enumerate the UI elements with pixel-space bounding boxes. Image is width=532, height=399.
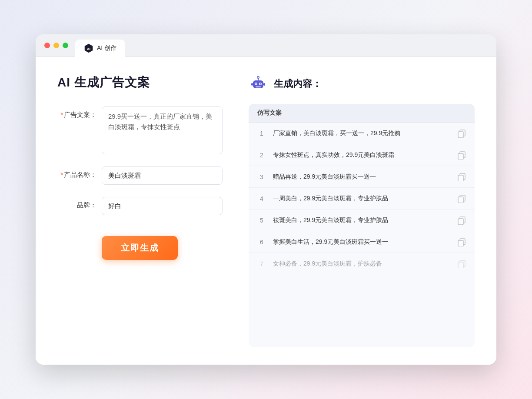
- result-number: 3: [257, 173, 266, 180]
- product-name-input[interactable]: [102, 166, 223, 185]
- copy-icon[interactable]: [457, 216, 466, 225]
- required-star-2: *: [60, 171, 63, 178]
- page-title: AI 生成广告文案: [57, 74, 223, 91]
- svg-text:AI: AI: [87, 47, 90, 51]
- svg-rect-24: [458, 240, 463, 246]
- result-item: 2 专抹女性斑点，真实功效，29.9元美白淡斑霜: [249, 144, 475, 166]
- ad-copy-group: *广告文案： 29.9买一送一，真正的厂家直销，美白淡斑霜，专抹女性斑点: [57, 106, 223, 154]
- result-text: 赠品再送，29.9元美白淡斑霜买一送一: [273, 172, 450, 181]
- result-text: 专抹女性斑点，真实功效，29.9元美白淡斑霜: [273, 150, 450, 160]
- ad-copy-textarea[interactable]: 29.9买一送一，真正的厂家直销，美白淡斑霜，专抹女性斑点: [102, 106, 223, 154]
- brand-label: 品牌：: [57, 197, 96, 209]
- tab-title: AI 创作: [97, 44, 116, 52]
- svg-rect-26: [458, 262, 463, 268]
- product-name-group: *产品名称：: [57, 166, 223, 185]
- svg-rect-7: [256, 86, 261, 87]
- copy-icon[interactable]: [457, 238, 466, 246]
- right-panel: 生成内容： 仿写文案 1 厂家直销，美白淡斑霜，买一送一，29.9元抢购 2 专…: [249, 74, 475, 347]
- traffic-lights: [44, 43, 68, 48]
- svg-point-10: [258, 77, 259, 78]
- results-container: 仿写文案 1 厂家直销，美白淡斑霜，买一送一，29.9元抢购 2 专抹女性斑点，…: [249, 104, 475, 347]
- result-number: 7: [257, 260, 266, 267]
- result-text: 一周美白，29.9元美白淡斑霜，专业护肤品: [273, 194, 450, 203]
- result-number: 6: [257, 239, 266, 246]
- result-item: 3 赠品再送，29.9元美白淡斑霜买一送一: [249, 166, 475, 188]
- generate-button[interactable]: 立即生成: [102, 236, 178, 260]
- svg-rect-22: [458, 219, 463, 225]
- right-title: 生成内容：: [274, 77, 322, 90]
- svg-point-5: [256, 83, 257, 85]
- copy-icon[interactable]: [457, 129, 466, 138]
- result-number: 2: [257, 152, 266, 159]
- svg-rect-16: [458, 153, 463, 160]
- brand-input[interactable]: [102, 197, 223, 215]
- svg-rect-12: [263, 83, 265, 86]
- result-text: 祛斑美白，29.9元美白淡斑霜，专业护肤品: [273, 216, 450, 225]
- results-list: 1 厂家直销，美白淡斑霜，买一送一，29.9元抢购 2 专抹女性斑点，真实功效，…: [249, 123, 475, 274]
- result-item: 4 一周美白，29.9元美白淡斑霜，专业护肤品: [249, 188, 475, 209]
- result-text: 女神必备，29.9元美白淡斑霜，护肤必备: [273, 259, 450, 268]
- copy-icon[interactable]: [457, 194, 466, 203]
- svg-rect-11: [251, 83, 253, 86]
- results-header: 仿写文案: [249, 104, 475, 123]
- result-text: 厂家直销，美白淡斑霜，买一送一，29.9元抢购: [273, 129, 450, 138]
- result-number: 4: [257, 195, 266, 202]
- result-number: 1: [257, 130, 266, 137]
- svg-point-6: [260, 83, 261, 85]
- copy-icon[interactable]: [457, 259, 466, 268]
- required-star-1: *: [60, 111, 63, 118]
- result-item: 7 女神必备，29.9元美白淡斑霜，护肤必备: [249, 253, 475, 274]
- result-item: 1 厂家直销，美白淡斑霜，买一送一，29.9元抢购: [249, 123, 475, 144]
- result-number: 5: [257, 217, 266, 224]
- brand-group: 品牌：: [57, 197, 223, 215]
- close-button[interactable]: [44, 43, 50, 48]
- result-item: 5 祛斑美白，29.9元美白淡斑霜，专业护肤品: [249, 209, 475, 231]
- result-item: 6 掌握美白生活，29.9元美白淡斑霜买一送一: [249, 231, 475, 253]
- robot-icon: [249, 74, 268, 93]
- minimize-button[interactable]: [53, 43, 59, 48]
- content-area: AI 生成广告文案 *广告文案： 29.9买一送一，真正的厂家直销，美白淡斑霜，…: [36, 57, 496, 365]
- result-text: 掌握美白生活，29.9元美白淡斑霜买一送一: [273, 237, 450, 246]
- ad-copy-label: *广告文案：: [57, 106, 96, 119]
- maximize-button[interactable]: [63, 43, 68, 48]
- ai-hex-icon: AI: [84, 43, 93, 53]
- browser-window: AI AI 创作 AI 生成广告文案 *广告文案： 29.9买一送一，真正的厂家…: [36, 34, 496, 365]
- tab-ai-creation[interactable]: AI AI 创作: [75, 40, 125, 57]
- svg-rect-20: [458, 197, 463, 203]
- svg-rect-18: [458, 175, 463, 181]
- title-bar: AI AI 创作: [36, 34, 496, 57]
- right-header: 生成内容：: [249, 74, 475, 93]
- left-panel: AI 生成广告文案 *广告文案： 29.9买一送一，真正的厂家直销，美白淡斑霜，…: [57, 74, 223, 347]
- copy-icon[interactable]: [457, 151, 466, 160]
- svg-rect-14: [458, 132, 463, 138]
- copy-icon[interactable]: [457, 173, 466, 181]
- product-name-label: *产品名称：: [57, 166, 96, 179]
